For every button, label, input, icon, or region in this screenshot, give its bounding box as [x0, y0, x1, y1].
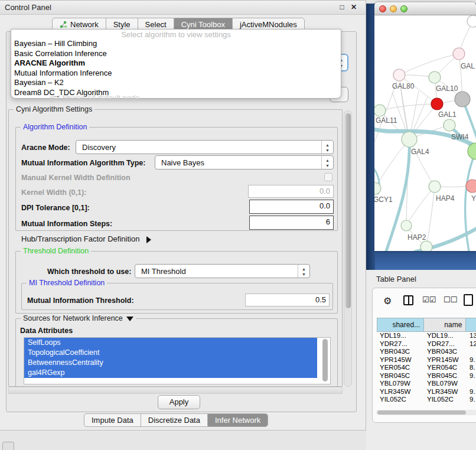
- attribute-item[interactable]: TopologicalCoefficient: [24, 348, 317, 358]
- cell: 9.: [467, 372, 476, 380]
- manual-kernel-width-checkbox[interactable]: [324, 173, 332, 181]
- unchecked-checkboxes-icon[interactable]: ☐☐: [444, 295, 457, 304]
- which-threshold-label: Which threshold to use:: [47, 268, 131, 276]
- table-row[interactable]: YBR045CYBR045C9.: [377, 372, 476, 380]
- apply-button[interactable]: Apply: [158, 395, 200, 409]
- control-panel-title: Control Panel: [5, 3, 51, 12]
- cell: YPR145W: [424, 356, 467, 364]
- table-body[interactable]: YDL19...YDL19...13 YDR27...YDR27...12 YB…: [377, 332, 476, 404]
- hub-definition-expander[interactable]: Hub/Transcription Factor Definition: [21, 234, 151, 243]
- node-label: Y: [471, 194, 476, 203]
- attribute-item[interactable]: gal4RGexp: [24, 368, 317, 378]
- cell: YBR045C: [424, 372, 467, 380]
- table-row[interactable]: YPR145WYPR145W9.: [377, 356, 476, 364]
- column-header-partial[interactable]: [466, 318, 476, 331]
- table-horizontal-scrollbar-thumb[interactable]: [377, 410, 466, 415]
- node-swi4[interactable]: [444, 119, 455, 131]
- float-window-icon[interactable]: □: [337, 2, 347, 12]
- algorithm-option[interactable]: Bayesian – Hill Climbing: [11, 39, 341, 49]
- columns-icon[interactable]: [403, 295, 413, 305]
- gear-icon[interactable]: ⚙: [383, 295, 392, 306]
- expander-right-icon: [146, 236, 151, 243]
- table-row[interactable]: YDR27...YDR27...12: [377, 340, 476, 348]
- algorithm-option-aracne[interactable]: ARACNE Algorithm: [11, 58, 341, 69]
- mi-steps-field[interactable]: 6: [249, 216, 334, 230]
- node-bottom[interactable]: [420, 241, 432, 251]
- node-label: GAL11: [376, 116, 397, 125]
- column-header-shared-name[interactable]: shared...: [377, 318, 424, 331]
- mac-close-icon[interactable]: [379, 5, 386, 12]
- table-row[interactable]: YDL19...YDL19...13: [377, 332, 476, 340]
- node-gal11[interactable]: [374, 105, 386, 116]
- node-gal-partial[interactable]: [453, 48, 465, 60]
- algorithm-option[interactable]: Mutual Information Inference: [11, 69, 341, 79]
- tab-discretize-data[interactable]: Discretize Data: [141, 413, 207, 427]
- spinner-arrows-icon: ▲▼: [321, 141, 333, 154]
- node-salmon[interactable]: [466, 180, 476, 193]
- network-panel-area: GAL GAL80 GAL10 GAL1 GAL11 SWI4 GAL4 GCY…: [366, 0, 476, 270]
- data-attributes-label: Data Attributes: [20, 327, 73, 335]
- algorithm-option[interactable]: Bayesian – K2: [11, 78, 341, 88]
- node-gal80[interactable]: [393, 69, 405, 81]
- table-row[interactable]: YIL052CYIL052C9.: [377, 396, 476, 404]
- node-unlabeled[interactable]: [467, 15, 476, 27]
- node-hap2[interactable]: [401, 220, 412, 231]
- node-gal1[interactable]: [431, 98, 443, 110]
- settings-horizontal-scrollbar[interactable]: [8, 387, 343, 394]
- cell: YDL19...: [377, 332, 424, 340]
- cell: YLR345W: [424, 388, 467, 396]
- network-canvas[interactable]: GAL GAL80 GAL10 GAL1 GAL11 SWI4 GAL4 GCY…: [374, 15, 476, 251]
- cell: YDL19...: [424, 332, 467, 340]
- cell: YBR043C: [377, 348, 424, 356]
- sources-group-title[interactable]: Sources for Network Inference: [21, 314, 136, 322]
- close-icon[interactable]: ✕: [349, 2, 358, 12]
- node-label: GCY1: [374, 195, 393, 204]
- node-gray[interactable]: [455, 92, 470, 107]
- network-view-window[interactable]: GAL GAL80 GAL10 GAL1 GAL11 SWI4 GAL4 GCY…: [374, 2, 476, 251]
- checked-checkboxes-icon[interactable]: ☑☑: [422, 295, 436, 304]
- table-row[interactable]: YER054CYER054C8.: [377, 364, 476, 372]
- node-gal10[interactable]: [429, 71, 441, 83]
- settings-vertical-scrollbar-thumb[interactable]: [345, 113, 351, 308]
- which-threshold-select[interactable]: MI Threshold ▲▼: [135, 264, 310, 278]
- mac-zoom-icon[interactable]: [400, 5, 407, 12]
- mi-algorithm-type-select[interactable]: Naive Bayes ▲▼: [155, 155, 334, 169]
- control-panel-titlebar: Control Panel □ ✕: [0, 1, 366, 15]
- tab-impute-data[interactable]: Impute Data: [84, 413, 141, 427]
- dpi-tolerance-field[interactable]: 0.0: [249, 200, 334, 214]
- document-icon[interactable]: [464, 294, 473, 306]
- column-header-name[interactable]: name: [424, 318, 466, 331]
- node-label: GAL80: [392, 82, 415, 90]
- network-window-titlebar[interactable]: [374, 2, 476, 15]
- settings-vertical-scrollbar[interactable]: [344, 110, 352, 387]
- mi-algorithm-type-label: Mutual Information Algorithm Type:: [21, 159, 145, 167]
- mac-minimize-icon[interactable]: [390, 5, 397, 12]
- table-row[interactable]: YBL079WYBL079W: [377, 380, 476, 388]
- node-hap4[interactable]: [429, 181, 441, 193]
- mi-threshold-field[interactable]: 0.5: [245, 294, 330, 306]
- cell: [467, 348, 476, 356]
- tab-infer-network[interactable]: Infer Network: [207, 413, 268, 427]
- aracne-mode-label: Aracne Mode:: [21, 144, 70, 152]
- kernel-width-field[interactable]: 0.0: [248, 185, 334, 198]
- mi-algorithm-type-value: Naive Bayes: [161, 158, 204, 167]
- node-label: GAL10: [436, 84, 458, 93]
- attribute-item[interactable]: SelfLoops: [24, 338, 317, 348]
- aracne-mode-select[interactable]: Discovery ▲▼: [76, 140, 334, 154]
- algorithm-option[interactable]: Basic Correlation Inference: [11, 49, 341, 59]
- table-row[interactable]: YLR345WYLR345W9.: [377, 388, 476, 396]
- node-gal4[interactable]: [402, 132, 417, 147]
- list-scrollbar-thumb[interactable]: [322, 339, 328, 381]
- data-attributes-list[interactable]: SelfLoops TopologicalCoefficient Between…: [24, 337, 331, 384]
- cell: 12: [467, 340, 476, 348]
- node-label: GAL1: [438, 110, 457, 119]
- algorithm-dropdown-list: Select algorithm to view settings Bayesi…: [11, 29, 341, 99]
- cyni-algorithm-settings-title: Cyni Algorithm Settings: [14, 105, 94, 113]
- table-horizontal-scrollbar[interactable]: [376, 410, 476, 415]
- attribute-item[interactable]: BetweennessCentrality: [24, 358, 317, 368]
- collapsed-panel-icon[interactable]: [2, 442, 14, 450]
- mi-threshold-definition-title: MI Threshold Definition: [27, 279, 107, 287]
- mi-steps-label: Mutual Information Steps:: [21, 220, 112, 228]
- table-row[interactable]: YBR043CYBR043C: [377, 348, 476, 356]
- which-threshold-value: MI Threshold: [141, 267, 186, 276]
